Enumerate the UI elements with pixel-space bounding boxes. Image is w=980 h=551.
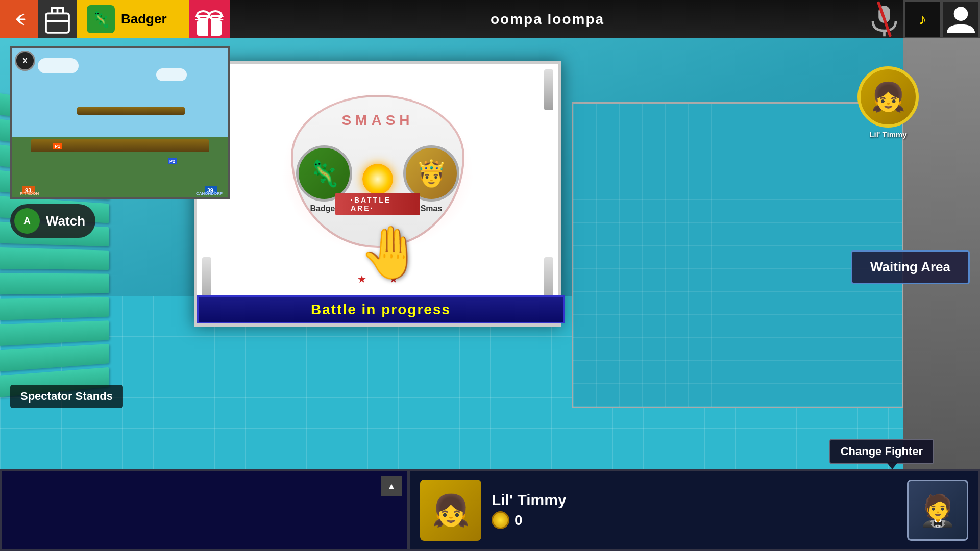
watch-button-label: Watch: [46, 213, 85, 229]
battle-progress-text: Battle in progress: [311, 302, 451, 318]
battle-are-banner: ·BATTLE ARE·: [335, 193, 420, 215]
header-bar: 🦎 Badger oompa loompa ♪: [0, 0, 980, 38]
p2-character-name: CANONDORF: [196, 191, 223, 196]
preview-window: X 2:12.03 P1 P2 93. 39. PITMOON CANONDOR…: [10, 46, 230, 199]
p2-label: P2: [168, 158, 177, 164]
pillar: [0, 344, 109, 371]
pillar: [0, 320, 109, 346]
back-arrow-icon: [9, 9, 30, 30]
change-fighter-arrow: [886, 462, 898, 469]
fighter-2-icon: 🤴: [415, 159, 447, 188]
p1-character-name: PITMOON: [20, 191, 39, 196]
svg-point-8: [954, 7, 968, 21]
character-select[interactable]: 🦎 Badger: [77, 0, 189, 38]
player-info-panel: 👧 Lil' Timmy 0 🤵: [408, 469, 980, 551]
timmy-name-label: Lil' Timmy: [857, 130, 919, 139]
fighter-1-icon: 🦎: [308, 159, 340, 188]
mic-area: [865, 0, 903, 38]
platform-small-right: [124, 107, 185, 115]
timmy-avatar: 👧 Lil' Timmy: [857, 66, 919, 139]
profile-button[interactable]: [942, 0, 980, 38]
hand-cursor: 🤚: [359, 222, 423, 283]
ring-pole-tr: [544, 69, 553, 110]
gift-icon: [189, 0, 230, 40]
box-icon: [38, 0, 77, 38]
player-info-mid: Lil' Timmy 0: [492, 491, 897, 529]
watch-button[interactable]: A Watch: [10, 204, 95, 238]
profile-icon: [943, 2, 978, 37]
change-fighter-button[interactable]: 🤵: [907, 480, 968, 541]
chat-scroll-button[interactable]: ▲: [381, 476, 402, 496]
a-button-icon: A: [14, 208, 40, 234]
pillar: [0, 273, 109, 294]
player-portrait-icon: 👧: [432, 492, 470, 529]
cloud-2: [156, 68, 187, 81]
p1-label: P1: [53, 143, 62, 149]
pillar: [0, 247, 109, 270]
gift-button[interactable]: [189, 0, 230, 38]
preview-close-button[interactable]: X: [15, 51, 35, 71]
chat-area[interactable]: ▲: [0, 469, 408, 551]
box-button[interactable]: [38, 0, 77, 38]
change-fighter-label: Change Fighter: [829, 439, 934, 464]
player-score-row: 0: [492, 511, 897, 529]
player-score: 0: [514, 512, 523, 529]
cloud-1: [38, 58, 79, 73]
vs-spark: [362, 164, 393, 194]
preview-game-screen: P1 P2 93. 39. PITMOON CANONDORF: [12, 48, 228, 197]
waiting-area-label: Waiting Area: [851, 250, 970, 284]
player-name: Lil' Timmy: [492, 491, 897, 509]
battle-progress-bar: Battle in progress: [197, 295, 565, 323]
music-icon: ♪: [919, 11, 926, 28]
back-button[interactable]: [0, 0, 38, 38]
svg-rect-0: [46, 13, 69, 33]
ring-box: SMASH ❦ ❦ 🦎 Badger: [194, 61, 561, 327]
fighter-portrait-icon: 🤵: [919, 492, 957, 529]
player-portrait-left: 👧: [420, 480, 481, 541]
mic-icon: [865, 0, 903, 38]
character-name: Badger: [121, 11, 167, 27]
music-button[interactable]: ♪: [903, 0, 942, 38]
smash-text: SMASH: [341, 112, 413, 129]
spectator-stands-label: Spectator Stands: [10, 385, 123, 408]
header-title: oompa loompa: [230, 11, 865, 28]
ring-container: SMASH ❦ ❦ 🦎 Badger: [194, 46, 561, 347]
bottom-bar: ▲ 👧 Lil' Timmy 0 🤵: [0, 469, 980, 551]
medal-icon: [492, 511, 509, 529]
pillar: [0, 297, 109, 320]
character-icon: 🦎: [87, 5, 115, 33]
timmy-portrait-circle: 👧: [857, 66, 919, 128]
